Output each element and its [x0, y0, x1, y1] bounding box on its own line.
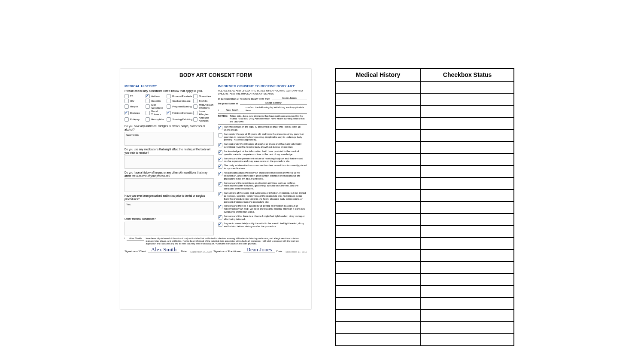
checkbox[interactable] — [146, 111, 150, 115]
notice-row: NOTICE: Tattoo inks, dyes, and pigments … — [218, 113, 307, 125]
table-cell — [335, 226, 421, 238]
checkbox[interactable] — [218, 172, 222, 176]
signature-row: Signature of Client: Alex Smith Date: Se… — [125, 247, 307, 253]
checkbox[interactable] — [125, 117, 129, 122]
checkbox[interactable] — [167, 94, 171, 98]
consent-item: The body art described or shown on the c… — [218, 164, 307, 170]
checkbox[interactable] — [125, 94, 129, 98]
divider — [125, 81, 307, 81]
from-line: In consideration of receiving BODY ART f… — [218, 96, 307, 100]
checkbox[interactable] — [146, 94, 150, 98]
answer-field[interactable] — [125, 155, 214, 169]
table-cell — [335, 141, 421, 153]
condition-label: Antibiotic Allergies — [199, 116, 213, 122]
date-label-1: Date: — [181, 250, 187, 253]
consent-text: The body art described or shown on the c… — [224, 164, 307, 170]
answer-field[interactable]: Cosmetics — [125, 132, 214, 146]
checkbox[interactable] — [146, 99, 150, 103]
condition-label: Syphilis — [199, 100, 207, 103]
checkbox[interactable] — [218, 150, 222, 155]
condition-herpes: Herpes — [125, 104, 145, 110]
date-label-2: Date: — [276, 250, 283, 253]
condition-asthma: Asthma — [146, 94, 166, 98]
checkbox[interactable] — [193, 111, 197, 115]
condition-label: Latex Allergies — [199, 110, 213, 116]
left-column: MEDICAL HISTORY: Please check any condit… — [125, 83, 214, 235]
prac-sig-label: Signature of Practitioner: — [213, 250, 242, 253]
checkbox[interactable] — [146, 104, 150, 109]
table-cell — [421, 141, 514, 153]
at-line: the practitioner at Scalp Society — [218, 101, 307, 105]
table-cell — [335, 129, 421, 141]
consent-item: I am under the age of 18 years old and h… — [218, 133, 307, 142]
answer-field[interactable] — [125, 178, 214, 192]
condition-label: Gonorrhea — [199, 95, 211, 98]
table-cell — [421, 214, 514, 226]
practitioner-signature[interactable]: Dean Jones — [243, 247, 275, 253]
table-cell — [335, 250, 421, 262]
checkbox[interactable] — [167, 111, 171, 115]
table-cell — [335, 153, 421, 165]
checkbox[interactable] — [218, 133, 222, 137]
table-cell — [421, 93, 514, 105]
client-sig-label: Signature of Client: — [125, 250, 146, 253]
condition-hemophilia: Hemophilia — [146, 116, 166, 122]
condition-label: Pregnant/Nursing — [172, 105, 191, 108]
condition-label: Blood Thinners — [151, 110, 166, 116]
i-line: I Alex Smith confirm the following by in… — [218, 106, 307, 112]
consent-text: I understand that there is a chance I mi… — [224, 215, 307, 221]
from-label: In consideration of receiving BODY ART f… — [218, 97, 270, 100]
table-cell — [335, 201, 421, 214]
question-label: Do you use any medications that might af… — [125, 148, 214, 154]
table-cell — [335, 117, 421, 129]
checkbox[interactable] — [218, 205, 222, 209]
answer-field[interactable] — [125, 222, 214, 235]
checkbox[interactable] — [167, 104, 171, 109]
checkbox[interactable] — [125, 111, 129, 115]
table-row — [335, 93, 514, 105]
consent-item: I am the person on the legal ID presente… — [218, 125, 307, 131]
form-title: BODY ART CONSENT FORM — [125, 72, 307, 78]
checkbox[interactable] — [193, 94, 197, 98]
client-signature[interactable]: Alex Smith — [148, 247, 179, 253]
at-value[interactable]: Scalp Society — [240, 101, 307, 105]
condition-scarring-keloiding: Scarring/Keloiding — [167, 116, 192, 122]
checkbox[interactable] — [218, 182, 222, 186]
checkbox[interactable] — [218, 143, 222, 147]
checkbox[interactable] — [193, 99, 197, 103]
checkbox[interactable] — [193, 117, 197, 122]
table-row — [335, 201, 514, 214]
medical-history-heading: MEDICAL HISTORY: — [125, 84, 214, 88]
condition-label: Hemophilia — [151, 118, 164, 121]
condition-label: Eczema/Psoriasis — [172, 95, 192, 98]
i-name-value[interactable]: Alex Smith — [220, 108, 244, 112]
consent-item: I understand there is a possibility of g… — [218, 204, 307, 214]
from-value[interactable]: Dean Jones — [272, 96, 307, 100]
table-cell — [421, 286, 514, 298]
disclaimer-name[interactable]: Alex Smith — [127, 237, 144, 241]
checkbox[interactable] — [218, 158, 222, 162]
checkbox[interactable] — [167, 117, 171, 122]
table-cell — [421, 310, 514, 322]
table-cell — [421, 226, 514, 238]
table-row — [335, 310, 514, 322]
consent-heading: INFORMED CONSENT TO RECEIVE BODY ART: — [218, 84, 307, 88]
table-cell — [335, 238, 421, 250]
answer-field[interactable]: Yes. — [125, 201, 214, 215]
condition-latex-allergies: Latex Allergies — [193, 110, 213, 116]
consent-item: I am aware of the signs and symptoms of … — [218, 192, 307, 203]
consent-lead: PLEASE READ AND CHECK THE BOXES WHEN YOU… — [218, 89, 307, 95]
table-cell — [335, 189, 421, 201]
checkbox[interactable] — [218, 165, 222, 169]
checkbox[interactable] — [125, 104, 129, 109]
checkbox[interactable] — [218, 126, 222, 130]
checkbox[interactable] — [218, 215, 222, 220]
checkbox[interactable] — [125, 99, 129, 103]
checkbox[interactable] — [146, 117, 150, 122]
checkbox[interactable] — [218, 192, 222, 196]
checkbox[interactable] — [167, 99, 171, 103]
condition-pregnant-nursing: Pregnant/Nursing — [167, 104, 192, 110]
table-row — [335, 262, 514, 274]
checkbox[interactable] — [218, 223, 222, 227]
checkbox[interactable] — [193, 104, 197, 109]
